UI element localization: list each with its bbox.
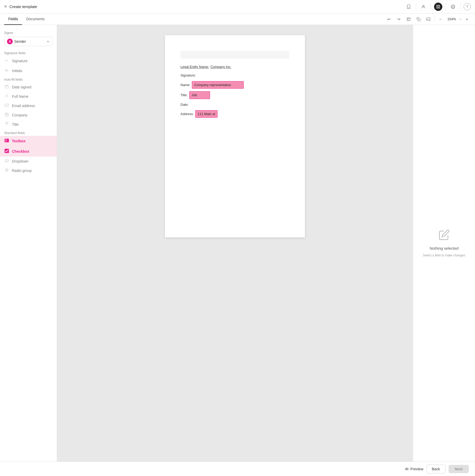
email-label: Email address [12,104,35,108]
signature-doc-label: Signature: [180,72,196,78]
address-field[interactable]: 111 Main st [195,110,217,118]
doc-content: Legal Entity Name: Company Inc. Signatur… [180,64,289,118]
back-button[interactable]: Back [427,465,445,473]
initials-label: Initials [12,69,22,73]
title-auto-label: Title [12,122,19,127]
svg-rect-3 [437,5,438,6]
signer-label: Signer [4,31,53,35]
nothing-selected-title: Nothing selected [430,246,459,250]
top-bar-icons: ? [404,3,471,11]
sidebar-item-checkbox[interactable]: Checkbox [0,146,57,157]
full-name-label: Full Name [12,94,29,99]
signature-fields-label: Signature fields [0,49,57,56]
layout-button[interactable] [405,15,413,23]
tabs-left: Fields Documents [4,13,49,25]
sidebar-item-initials[interactable]: Aa Initials [0,66,57,76]
edit-svg [436,5,440,9]
copy-svg [416,17,421,21]
main-layout: Signer S Sender Signature fields Signatu… [0,25,475,461]
redo-button[interactable]: ↪ [395,15,403,23]
sidebar-item-company[interactable]: Company [0,110,57,120]
zoom-in-button[interactable]: + [463,15,471,23]
date-label: Date: [180,102,188,108]
signer-select[interactable]: S Sender [4,37,53,46]
svg-point-29 [6,170,7,171]
document-page: Legal Entity Name: Company Inc. Signatur… [165,35,305,237]
divider-2 [431,3,431,10]
zoom-control: − 154% + [437,15,471,23]
sidebar-item-radio-group[interactable]: Radio group [0,166,57,175]
sidebar-item-textbox[interactable]: T| Textbox [0,136,57,146]
address-line: Address: 111 Main st [180,110,289,118]
undo-button[interactable]: ↩ [385,15,393,23]
sidebar-item-email[interactable]: Email address [0,101,57,110]
zoom-out-button[interactable]: − [437,15,444,23]
tabs-right: ↩ ↪ − 154% + [385,15,471,23]
textbox-icon: T| [4,138,9,144]
check-icon[interactable] [449,3,457,11]
divider-1 [416,3,416,10]
initials-icon: Aa [4,68,9,74]
close-icon: × [4,4,7,9]
toolbar-divider [434,16,435,22]
mobile-svg [406,4,411,9]
checkbox-icon [4,148,9,155]
name-label: Name: [180,82,190,88]
legal-entity-label: Legal Entity Name: [180,64,209,70]
svg-rect-19 [5,104,8,107]
sidebar-item-full-name[interactable]: Full Name [0,92,57,101]
svg-rect-11 [418,19,420,21]
preview-button[interactable]: Preview [405,467,423,471]
email-icon [4,103,9,108]
svg-rect-6 [438,7,440,8]
dropdown-icon [4,159,9,164]
svg-rect-5 [437,7,438,8]
standard-fields-label: Standard fields [0,129,57,136]
divider-4 [460,3,460,10]
image-button[interactable] [424,15,432,23]
pencil-icon [438,229,450,243]
help-button[interactable]: ? [464,3,471,10]
svg-rect-0 [407,5,410,9]
person-icon[interactable] [419,3,428,11]
name-field[interactable]: Company representative [192,81,244,89]
textbox-label: Textbox [12,139,26,143]
tabs-bar: Fields Documents ↩ ↪ − 154% + [0,13,475,25]
svg-text:T|: T| [5,139,7,142]
dropdown-label: Dropdown [12,159,29,163]
edit-icon[interactable] [434,3,442,11]
doc-header [180,51,289,59]
svg-point-7 [451,5,455,9]
sidebar-item-dropdown[interactable]: Dropdown [0,157,57,166]
layout-svg [407,17,411,21]
canvas-area: Legal Entity Name: Company Inc. Signatur… [57,25,413,461]
nothing-selected: Nothing selected Select a field to make … [423,229,465,257]
signature-line: Signature: [180,72,289,78]
next-button[interactable]: Next [449,465,469,473]
close-button[interactable]: × [4,4,7,9]
signature-label: Signature [12,59,27,63]
svg-rect-8 [407,18,410,21]
tab-fields[interactable]: Fields [4,13,22,25]
check-svg [451,4,455,9]
mobile-icon[interactable] [404,3,413,11]
company-label: Company [12,113,27,117]
sidebar-item-signature[interactable]: Signature [0,56,57,66]
svg-text:Aa: Aa [5,69,8,72]
legal-entity-value: Company Inc. [211,64,231,70]
signer-select-inner: S Sender [7,39,26,44]
title-icon [4,122,9,127]
svg-point-2 [423,5,424,7]
chevron-down-icon[interactable] [459,18,462,21]
svg-rect-4 [438,5,440,6]
tab-documents[interactable]: Documents [22,13,49,25]
preview-label: Preview [410,467,423,471]
chevron-down-icon [46,40,50,43]
sidebar-item-date-signed[interactable]: Date signed [0,82,57,92]
divider-3 [445,3,446,10]
title-field[interactable]: Job [189,91,210,99]
copy-button[interactable] [415,15,422,23]
title-line: Title: Job [180,91,289,99]
person-field-icon [4,94,9,99]
sidebar-item-title-auto[interactable]: Title [0,120,57,129]
